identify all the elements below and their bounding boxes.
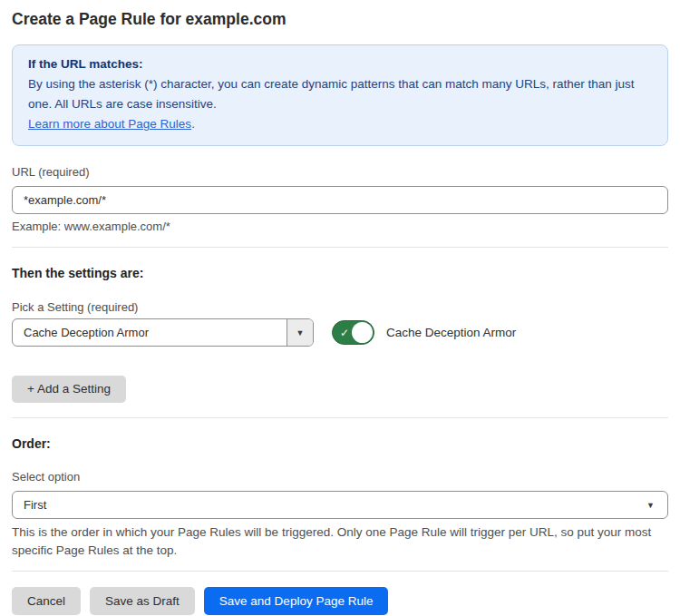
url-example-text: Example: www.example.com/*: [12, 220, 668, 234]
toggle-label: Cache Deception Armor: [386, 326, 516, 339]
info-box-link-line: Learn more about Page Rules.: [28, 114, 652, 134]
divider: [12, 247, 668, 248]
setting-select[interactable]: Cache Deception Armor ▼: [12, 318, 314, 347]
divider: [12, 571, 668, 572]
setting-row: Cache Deception Armor ▼ ✓ Cache Deceptio…: [12, 318, 668, 347]
check-icon: ✓: [340, 328, 349, 338]
order-select-label: Select option: [12, 470, 668, 484]
cancel-button[interactable]: Cancel: [12, 587, 81, 615]
divider: [12, 417, 668, 418]
url-field-label: URL (required): [12, 165, 668, 180]
page-title: Create a Page Rule for example.com: [12, 8, 668, 30]
save-as-draft-button[interactable]: Save as Draft: [90, 587, 195, 615]
order-section-heading: Order:: [12, 436, 668, 451]
page-rule-form: Create a Page Rule for example.com If th…: [0, 8, 680, 615]
url-input[interactable]: [12, 186, 668, 214]
info-box-body: By using the asterisk (*) character, you…: [28, 74, 652, 114]
setting-picker-label: Pick a Setting (required): [12, 300, 668, 315]
toggle-knob: [352, 322, 373, 343]
order-select-value: First: [24, 498, 646, 512]
setting-select-arrow-button[interactable]: ▼: [287, 319, 313, 346]
url-match-info-box: If the URL matches: By using the asteris…: [12, 44, 668, 146]
link-suffix: .: [191, 117, 195, 131]
add-setting-button[interactable]: + Add a Setting: [12, 376, 126, 403]
settings-section-heading: Then the settings are:: [12, 266, 668, 280]
save-and-deploy-button[interactable]: Save and Deploy Page Rule: [204, 587, 389, 615]
chevron-down-icon: ▼: [646, 501, 655, 510]
order-select[interactable]: First ▼: [12, 491, 668, 519]
chevron-down-icon: ▼: [296, 328, 305, 337]
order-help-text: This is the order in which your Page Rul…: [12, 523, 668, 560]
form-actions: Cancel Save as Draft Save and Deploy Pag…: [12, 587, 668, 615]
cache-deception-armor-toggle[interactable]: ✓: [332, 320, 374, 345]
learn-more-link[interactable]: Learn more about Page Rules: [28, 117, 191, 131]
setting-select-value: Cache Deception Armor: [13, 319, 287, 346]
info-box-heading: If the URL matches:: [28, 54, 652, 74]
